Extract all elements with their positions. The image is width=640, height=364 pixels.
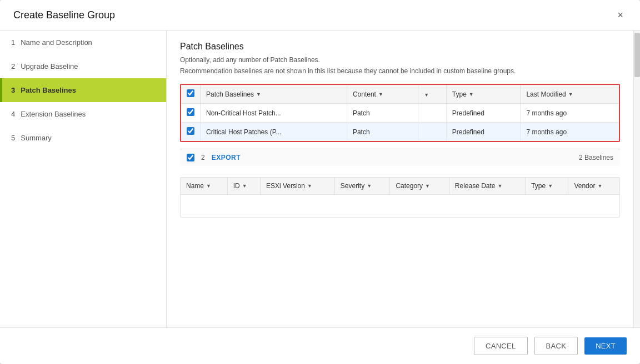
patch-table-header-name: Patch Baselines ▼ xyxy=(201,85,347,104)
row1-lastmodified: 7 months ago xyxy=(521,104,619,123)
row2-col3 xyxy=(418,123,447,141)
sidebar-item-label-4: Extension Baselines xyxy=(21,110,86,118)
dialog-body: 1 Name and Description 2 Upgrade Baselin… xyxy=(0,31,640,327)
patches-col-esxi-label: ESXi Version xyxy=(266,182,305,190)
row1-col3 xyxy=(418,104,447,123)
patch-table-col-lastmodified-filter-icon[interactable]: ▼ xyxy=(568,92,573,97)
patch-table-header-content: Content ▼ xyxy=(347,85,418,104)
next-button[interactable]: NEXT xyxy=(584,337,627,355)
sidebar-item-number-3: 3 xyxy=(11,86,15,94)
row2-content: Patch xyxy=(347,123,418,141)
close-button[interactable]: × xyxy=(614,9,627,21)
section-title: Patch Baselines xyxy=(180,42,620,52)
patch-table-header-lastmodified: Last Modified ▼ xyxy=(521,85,619,104)
patch-baselines-table: Patch Baselines ▼ Content ▼ xyxy=(181,85,619,141)
row2-baseline: Critical Host Patches (P... xyxy=(201,123,347,141)
patches-col-type: Type ▼ xyxy=(526,178,568,195)
sidebar-item-upgrade-baseline[interactable]: 2 Upgrade Baseline xyxy=(0,54,166,78)
sidebar-item-summary[interactable]: 5 Summary xyxy=(0,126,166,150)
table-footer: 2 EXPORT 2 Baselines xyxy=(180,149,620,166)
sidebar-item-extension-baselines[interactable]: 4 Extension Baselines xyxy=(0,102,166,126)
patch-table-col-type-filter-icon[interactable]: ▼ xyxy=(469,92,474,97)
section-subtitle: Optionally, add any number of Patch Base… xyxy=(180,56,620,64)
patch-table-col-content-label: Content xyxy=(353,90,376,98)
patches-col-name: Name ▼ xyxy=(181,178,227,195)
scrollbar-track[interactable] xyxy=(633,31,640,327)
main-content-scroll: Patch Baselines Optionally, add any numb… xyxy=(167,31,633,327)
patches-col-category-label: Category xyxy=(396,182,423,190)
patches-col-vendor: Vendor ▼ xyxy=(568,178,619,195)
row1-checkbox-cell xyxy=(181,104,201,123)
patches-col-severity: Severity ▼ xyxy=(334,178,390,195)
dialog-footer: CANCEL BACK NEXT xyxy=(0,327,640,364)
patch-table-col-type-label: Type xyxy=(452,90,467,98)
row2-checkbox-cell xyxy=(181,123,201,141)
patches-col-id-label: ID xyxy=(233,182,240,190)
patch-table-col-lastmodified-label: Last Modified xyxy=(526,90,566,98)
footer-checkbox[interactable] xyxy=(187,154,194,161)
footer-count: 2 xyxy=(201,154,205,161)
sidebar-item-number-5: 5 xyxy=(11,134,15,142)
patch-table-col-name-label: Patch Baselines xyxy=(206,90,254,98)
select-all-checkbox[interactable] xyxy=(187,89,194,97)
cancel-button[interactable]: CANCEL xyxy=(474,337,528,355)
patches-col-id: ID ▼ xyxy=(227,178,260,195)
sidebar-item-name-description[interactable]: 1 Name and Description xyxy=(0,31,166,54)
row1-content: Patch xyxy=(347,104,418,123)
sidebar: 1 Name and Description 2 Upgrade Baselin… xyxy=(0,31,167,327)
patch-baselines-table-wrapper: Patch Baselines ▼ Content ▼ xyxy=(180,84,620,142)
patch-table-header-col3: ▼ xyxy=(418,85,447,104)
dialog-header: Create Baseline Group × xyxy=(0,0,640,31)
patches-col-severity-filter-icon[interactable]: ▼ xyxy=(367,183,372,189)
sidebar-item-patch-baselines[interactable]: 3 Patch Baselines xyxy=(0,78,166,102)
patches-col-type-label: Type xyxy=(531,182,546,190)
row1-baseline: Non-Critical Host Patch... xyxy=(201,104,347,123)
patches-col-releasedate: Release Date ▼ xyxy=(449,178,525,195)
patch-table-header-type: Type ▼ xyxy=(446,85,521,104)
patches-col-esxi: ESXi Version ▼ xyxy=(260,178,334,195)
sidebar-item-number-4: 4 xyxy=(11,110,15,118)
patches-col-type-filter-icon[interactable]: ▼ xyxy=(548,183,553,189)
patches-table-wrapper: Name ▼ ID ▼ xyxy=(180,177,620,218)
patches-col-releasedate-filter-icon[interactable]: ▼ xyxy=(498,183,503,189)
export-button[interactable]: EXPORT xyxy=(212,154,241,161)
sidebar-item-label-2: Upgrade Baseline xyxy=(21,62,78,70)
patch-table-col-name-filter-icon[interactable]: ▼ xyxy=(256,92,261,97)
table-row: Non-Critical Host Patch... Patch Predefi… xyxy=(181,104,619,123)
section-note: Recommendation baselines are not shown i… xyxy=(180,67,620,75)
table-row: Critical Host Patches (P... Patch Predef… xyxy=(181,123,619,141)
patches-col-category-filter-icon[interactable]: ▼ xyxy=(425,183,430,189)
dialog-title: Create Baseline Group xyxy=(13,9,115,21)
sidebar-item-number-2: 2 xyxy=(11,62,15,70)
patch-table-col-content-filter-icon[interactable]: ▼ xyxy=(378,92,383,97)
row2-lastmodified: 7 months ago xyxy=(521,123,619,141)
sidebar-item-label-3: Patch Baselines xyxy=(21,86,76,94)
patches-col-category: Category ▼ xyxy=(390,178,449,195)
patches-col-releasedate-label: Release Date xyxy=(455,182,496,190)
patches-col-severity-label: Severity xyxy=(341,182,364,190)
patches-col-id-filter-icon[interactable]: ▼ xyxy=(242,183,247,189)
patches-col-name-filter-icon[interactable]: ▼ xyxy=(206,183,211,189)
row2-checkbox[interactable] xyxy=(187,127,194,135)
sidebar-item-label-1: Name and Description xyxy=(21,38,92,47)
back-button[interactable]: BACK xyxy=(534,337,578,355)
sidebar-item-number-1: 1 xyxy=(11,38,15,47)
create-baseline-dialog: Create Baseline Group × 1 Name and Descr… xyxy=(0,0,640,364)
patches-col-vendor-filter-icon[interactable]: ▼ xyxy=(597,183,602,189)
patches-table: Name ▼ ID ▼ xyxy=(181,178,619,217)
patches-col-name-label: Name xyxy=(186,182,204,190)
scrollbar-thumb[interactable] xyxy=(634,33,640,77)
sidebar-item-label-5: Summary xyxy=(21,134,52,142)
patch-table-header-checkbox xyxy=(181,85,201,104)
patches-empty-row xyxy=(181,195,619,217)
row1-type: Predefined xyxy=(446,104,521,123)
baselines-count: 2 Baselines xyxy=(579,154,613,161)
row2-type: Predefined xyxy=(446,123,521,141)
row1-checkbox[interactable] xyxy=(187,108,194,116)
patch-table-col3-filter-icon[interactable]: ▼ xyxy=(424,92,429,98)
patches-col-vendor-label: Vendor xyxy=(574,182,595,190)
patches-col-esxi-filter-icon[interactable]: ▼ xyxy=(307,183,312,189)
